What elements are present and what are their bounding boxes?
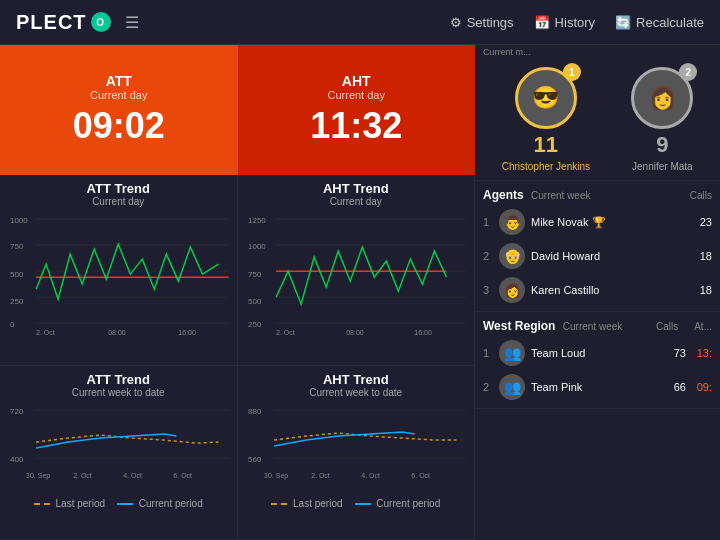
row-num: 2 bbox=[483, 381, 493, 393]
agents-col-label: Calls bbox=[690, 190, 712, 201]
att-trend-day-box: ATT Trend Current day 1000 750 500 250 0 bbox=[0, 175, 237, 366]
header: PLECT O ☰ ⚙ Settings 📅 History 🔄 Recalcu… bbox=[0, 0, 720, 45]
rank2-avatar-wrap: 👩 2 bbox=[631, 67, 693, 129]
table-row: 2 👴 David Howard 18 bbox=[475, 239, 720, 273]
row-value: 23 bbox=[692, 216, 712, 228]
row-calls: 66 bbox=[666, 381, 686, 393]
svg-text:250: 250 bbox=[10, 297, 24, 306]
table-row: 2 👥 Team Pink 66 09: bbox=[475, 370, 720, 404]
west-section: West Region Current week Calls At... 1 👥… bbox=[475, 312, 720, 409]
west-att-label: At... bbox=[694, 321, 712, 332]
aht-card: AHT Current day 11:32 bbox=[238, 45, 476, 175]
svg-text:720: 720 bbox=[10, 407, 24, 416]
current-label: Current m... bbox=[475, 45, 720, 59]
row-num: 1 bbox=[483, 347, 493, 359]
west-col-labels: Calls At... bbox=[656, 321, 712, 332]
row-att: 13: bbox=[692, 347, 712, 359]
aht-week-legend: Last period Current period bbox=[246, 494, 467, 513]
history-label: History bbox=[555, 15, 595, 30]
row-num: 3 bbox=[483, 284, 493, 296]
svg-text:08:00: 08:00 bbox=[108, 329, 126, 336]
svg-text:250: 250 bbox=[248, 320, 262, 329]
att-trend-day-subtitle: Current day bbox=[8, 196, 229, 207]
settings-label: Settings bbox=[467, 15, 514, 30]
trophy-icon: 🏆 bbox=[592, 216, 606, 228]
table-row: 1 👨 Mike Novak 🏆 23 bbox=[475, 205, 720, 239]
rank1-badge: 1 bbox=[563, 63, 581, 81]
logo-text: PLECT bbox=[16, 11, 87, 34]
west-title-text: West Region bbox=[483, 319, 555, 333]
current-period-legend: Current period bbox=[117, 498, 203, 509]
aht-trend-day-box: AHT Trend Current day 1250 1000 750 500 … bbox=[238, 175, 475, 366]
last-period-dot bbox=[34, 503, 50, 505]
svg-text:2. Oct: 2. Oct bbox=[276, 329, 295, 336]
current-period-dot-2 bbox=[355, 503, 371, 505]
last-period-legend: Last period bbox=[34, 498, 105, 509]
svg-text:4. Oct: 4. Oct bbox=[361, 473, 380, 480]
aht-title: AHT bbox=[342, 73, 371, 89]
row-value: 18 bbox=[692, 250, 712, 262]
svg-text:16:00: 16:00 bbox=[178, 329, 196, 336]
svg-text:880: 880 bbox=[248, 407, 262, 416]
aht-col: AHT Trend Current day 1250 1000 750 500 … bbox=[238, 175, 476, 540]
svg-text:2. Oct: 2. Oct bbox=[73, 473, 92, 480]
att-col: ATT Trend Current day 1000 750 500 250 0 bbox=[0, 175, 238, 540]
svg-text:2. Oct: 2. Oct bbox=[36, 329, 55, 336]
svg-text:500: 500 bbox=[248, 297, 262, 306]
row-att: 09: bbox=[692, 381, 712, 393]
left-panel: ATT Current day 09:02 AHT Current day 11… bbox=[0, 45, 475, 540]
right-panel: Current m... 😎 1 11 Christopher Jenkins … bbox=[475, 45, 720, 540]
svg-text:16:00: 16:00 bbox=[414, 329, 432, 336]
recalculate-button[interactable]: 🔄 Recalculate bbox=[615, 15, 704, 30]
svg-text:30. Sep: 30. Sep bbox=[264, 473, 288, 481]
row-name: David Howard bbox=[531, 250, 686, 262]
row-name: Mike Novak 🏆 bbox=[531, 216, 686, 229]
current-period-dot bbox=[117, 503, 133, 505]
aht-trend-day-title: AHT Trend bbox=[246, 181, 467, 196]
svg-text:6. Oct: 6. Oct bbox=[173, 473, 192, 480]
aht-week-chart: 880 560 30. Sep 2. Oct 4. Oct 6. Oct bbox=[246, 400, 467, 490]
agents-section: Agents Current week Calls 1 👨 Mike Novak… bbox=[475, 181, 720, 312]
svg-text:750: 750 bbox=[248, 270, 262, 279]
west-calls-label: Calls bbox=[656, 321, 678, 332]
row-avatar: 👥 bbox=[499, 374, 525, 400]
agent-rank2: 👩 2 9 Jennifer Mata bbox=[631, 67, 693, 172]
row-name: Team Loud bbox=[531, 347, 660, 359]
aht-trend-day-subtitle: Current day bbox=[246, 196, 467, 207]
row-avatar: 👩 bbox=[499, 277, 525, 303]
settings-button[interactable]: ⚙ Settings bbox=[450, 15, 514, 30]
att-value: 09:02 bbox=[73, 105, 165, 147]
west-title-wrap: West Region Current week bbox=[483, 319, 622, 333]
att-trend-week-title: ATT Trend bbox=[8, 372, 229, 387]
att-card: ATT Current day 09:02 bbox=[0, 45, 238, 175]
west-period: Current week bbox=[563, 321, 622, 332]
row-name: Team Pink bbox=[531, 381, 660, 393]
table-row: 1 👥 Team Loud 73 13: bbox=[475, 336, 720, 370]
svg-text:560: 560 bbox=[248, 456, 262, 465]
svg-text:08:00: 08:00 bbox=[346, 329, 364, 336]
menu-icon[interactable]: ☰ bbox=[125, 13, 139, 32]
aht-value: 11:32 bbox=[310, 105, 402, 147]
row-avatar: 👨 bbox=[499, 209, 525, 235]
svg-text:1250: 1250 bbox=[248, 216, 266, 225]
main-content: ATT Current day 09:02 AHT Current day 11… bbox=[0, 45, 720, 540]
rank2-name: Jennifer Mata bbox=[632, 161, 693, 172]
rank1-count: 11 bbox=[534, 132, 558, 158]
att-subtitle: Current day bbox=[90, 89, 147, 101]
agents-title-text: Agents bbox=[483, 188, 524, 202]
row-num: 2 bbox=[483, 250, 493, 262]
svg-text:2. Oct: 2. Oct bbox=[311, 473, 330, 480]
agents-header: Agents Current week Calls bbox=[475, 185, 720, 205]
aht-trend-week-subtitle: Current week to date bbox=[246, 387, 467, 398]
recalculate-label: Recalculate bbox=[636, 15, 704, 30]
svg-text:6. Oct: 6. Oct bbox=[411, 473, 430, 480]
row-avatar: 👴 bbox=[499, 243, 525, 269]
last-period-legend-2: Last period bbox=[271, 498, 342, 509]
west-header: West Region Current week Calls At... bbox=[475, 316, 720, 336]
att-week-legend: Last period Current period bbox=[8, 494, 229, 513]
rank2-badge: 2 bbox=[679, 63, 697, 81]
rank2-count: 9 bbox=[656, 132, 668, 158]
history-button[interactable]: 📅 History bbox=[534, 15, 595, 30]
row-avatar: 👥 bbox=[499, 340, 525, 366]
svg-text:0: 0 bbox=[10, 320, 15, 329]
